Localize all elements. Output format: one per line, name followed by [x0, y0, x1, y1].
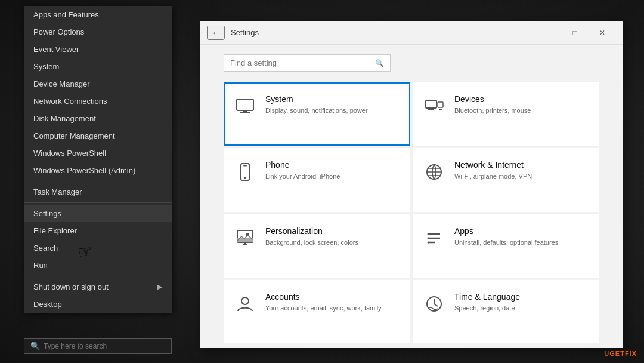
- taskbar-search-input[interactable]: [44, 342, 165, 350]
- svg-rect-5: [428, 109, 434, 110]
- phone-icon: [234, 161, 256, 187]
- personalization-icon: [234, 227, 256, 253]
- minimize-button[interactable]: —: [534, 23, 561, 42]
- menu-item-event-viewer[interactable]: Event Viewer: [24, 41, 172, 58]
- settings-search-area: 🔍: [200, 45, 623, 78]
- menu-item-disk-management[interactable]: Disk Management: [24, 110, 172, 127]
- menu-item-file-explorer[interactable]: File Explorer: [24, 222, 172, 239]
- time-language-icon: [423, 293, 445, 319]
- tile-system[interactable]: System Display, sound, notifications, po…: [224, 82, 410, 146]
- devices-icon: [423, 96, 445, 121]
- svg-rect-0: [237, 99, 253, 110]
- tile-accounts-title: Accounts: [265, 292, 382, 302]
- svg-rect-2: [240, 112, 250, 113]
- menu-item-device-manager[interactable]: Device Manager: [24, 75, 172, 93]
- svg-rect-4: [438, 102, 443, 107]
- tile-network-title: Network & Internet: [454, 160, 532, 170]
- tile-devices-title: Devices: [454, 94, 531, 104]
- menu-item-task-manager[interactable]: Task Manager: [24, 183, 172, 201]
- tile-accounts[interactable]: Accounts Your accounts, email, sync, wor…: [224, 280, 410, 343]
- tile-devices-desc: Bluetooth, printers, mouse: [454, 106, 531, 115]
- search-icon: 🔍: [375, 59, 384, 67]
- context-menu: Apps and Features Power Options Event Vi…: [24, 6, 172, 313]
- apps-icon: [423, 227, 445, 253]
- divider-3: [24, 276, 172, 276]
- tile-system-title: System: [265, 94, 368, 104]
- system-icon: [234, 96, 256, 121]
- accounts-icon: [234, 293, 256, 319]
- tile-apps-title: Apps: [454, 226, 558, 236]
- menu-item-system[interactable]: System: [24, 58, 172, 75]
- tile-personalization[interactable]: Personalization Background, lock screen,…: [224, 214, 410, 278]
- svg-point-24: [428, 241, 429, 243]
- watermark: UGETFIX: [604, 350, 637, 357]
- tile-time-language[interactable]: Time & Language Speech, region, date: [413, 280, 599, 343]
- svg-line-28: [434, 304, 438, 306]
- menu-item-windows-powershell[interactable]: Windows PowerShell: [24, 144, 172, 162]
- svg-point-22: [428, 233, 429, 235]
- svg-rect-1: [243, 110, 247, 112]
- settings-grid: System Display, sound, notifications, po…: [200, 78, 623, 348]
- svg-point-8: [244, 177, 246, 179]
- svg-rect-6: [439, 109, 442, 110]
- tile-accounts-desc: Your accounts, email, sync, work, family: [265, 304, 382, 313]
- settings-search-box[interactable]: 🔍: [224, 54, 391, 72]
- menu-item-computer-management[interactable]: Computer Management: [24, 127, 172, 144]
- divider-1: [24, 181, 172, 182]
- svg-rect-9: [243, 165, 247, 167]
- taskbar-search-bar[interactable]: 🔍: [24, 338, 172, 354]
- menu-item-settings[interactable]: Settings: [24, 205, 172, 222]
- close-button[interactable]: ✕: [589, 23, 616, 42]
- search-icon: 🔍: [30, 342, 40, 350]
- tile-phone[interactable]: Phone Link your Android, iPhone: [224, 148, 410, 211]
- settings-window: ← Settings — □ ✕ 🔍 System: [200, 21, 623, 348]
- tile-time-desc: Speech, region, date: [454, 304, 520, 313]
- menu-item-shutdown-sign-out[interactable]: Shut down or sign out ▶: [24, 278, 172, 296]
- tile-personalization-desc: Background, lock screen, colors: [265, 238, 358, 247]
- menu-item-desktop[interactable]: Desktop: [24, 296, 172, 313]
- tile-apps[interactable]: Apps Uninstall, defaults, optional featu…: [413, 214, 599, 278]
- menu-item-search[interactable]: Search: [24, 239, 172, 257]
- submenu-arrow-icon: ▶: [157, 283, 162, 291]
- tile-time-title: Time & Language: [454, 292, 520, 302]
- tile-system-desc: Display, sound, notifications, power: [265, 106, 368, 115]
- menu-item-network-connections[interactable]: Network Connections: [24, 93, 172, 110]
- menu-item-power-options[interactable]: Power Options: [24, 23, 172, 41]
- menu-item-windows-powershell-admin[interactable]: Windows PowerShell (Admin): [24, 162, 172, 179]
- title-bar: ← Settings — □ ✕: [200, 21, 623, 45]
- settings-search-input[interactable]: [230, 59, 370, 67]
- menu-item-apps-features[interactable]: Apps and Features: [24, 6, 172, 23]
- menu-item-run[interactable]: Run: [24, 257, 172, 274]
- window-title: Settings: [231, 28, 528, 37]
- svg-point-25: [242, 297, 249, 304]
- back-button[interactable]: ←: [207, 26, 225, 40]
- tile-network[interactable]: Network & Internet Wi-Fi, airplane mode,…: [413, 148, 599, 211]
- tile-phone-desc: Link your Android, iPhone: [265, 172, 340, 181]
- tile-apps-desc: Uninstall, defaults, optional features: [454, 238, 558, 247]
- maximize-button[interactable]: □: [561, 23, 589, 42]
- tile-devices[interactable]: Devices Bluetooth, printers, mouse: [413, 82, 599, 146]
- tile-phone-title: Phone: [265, 160, 340, 170]
- tile-network-desc: Wi-Fi, airplane mode, VPN: [454, 172, 532, 181]
- tile-personalization-title: Personalization: [265, 226, 358, 236]
- svg-point-23: [428, 237, 429, 239]
- window-controls: — □ ✕: [534, 23, 616, 42]
- divider-2: [24, 202, 172, 203]
- svg-rect-3: [426, 100, 436, 108]
- network-icon: [423, 161, 445, 187]
